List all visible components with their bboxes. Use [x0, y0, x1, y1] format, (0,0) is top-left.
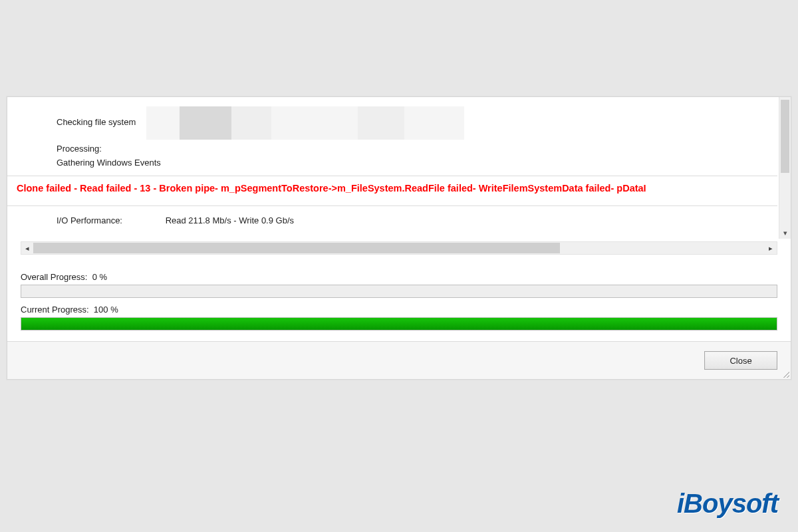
io-performance-label: I/O Performance:: [57, 215, 163, 225]
log-line-checking: Checking file system: [7, 97, 777, 141]
log-text: Checking file system: [57, 117, 136, 127]
io-performance-row: I/O Performance: Read 211.8 Mb/s - Write…: [7, 206, 777, 239]
log-line-gathering: Gathering Windows Events: [7, 156, 777, 170]
current-progress-label-text: Current Progress:: [21, 305, 89, 315]
vertical-scrollbar[interactable]: ▾: [779, 97, 791, 239]
io-performance-value: Read 211.8 Mb/s - Write 0.9 Gb/s: [166, 215, 294, 225]
clone-progress-dialog: Checking file system Processing: Gatheri…: [7, 96, 791, 380]
current-progress-fill: [21, 318, 777, 330]
error-message: Clone failed - Read failed - 13 - Broken…: [7, 176, 777, 200]
overall-progress-label-text: Overall Progress:: [21, 272, 87, 282]
log-line-processing: Processing:: [7, 141, 777, 156]
close-button[interactable]: Close: [704, 351, 777, 370]
vertical-scrollbar-thumb[interactable]: [781, 100, 789, 173]
scroll-right-arrow-icon[interactable]: ▸: [765, 244, 777, 253]
progress-section: Overall Progress: 0 % Current Progress: …: [7, 261, 791, 341]
scroll-down-arrow-icon[interactable]: ▾: [779, 227, 791, 239]
horizontal-scrollbar[interactable]: ◂ ▸: [21, 241, 777, 255]
log-text: Processing:: [57, 144, 102, 154]
overall-progress-value: 0 %: [92, 272, 107, 282]
horizontal-scrollbar-track[interactable]: [33, 242, 765, 254]
resize-grip-icon[interactable]: [781, 370, 789, 378]
current-progress-value: 100 %: [94, 305, 118, 315]
overall-progress-label: Overall Progress: 0 %: [21, 272, 777, 282]
overall-progress-bar: [21, 285, 777, 298]
horizontal-scrollbar-thumb[interactable]: [33, 243, 560, 253]
log-panel: Checking file system Processing: Gatheri…: [7, 97, 791, 239]
watermark-logo: iBoysoft: [677, 489, 778, 519]
current-progress-label: Current Progress: 100 %: [21, 305, 777, 315]
scroll-left-arrow-icon[interactable]: ◂: [21, 244, 33, 253]
redacted-content: [146, 106, 464, 140]
log-text: Gathering Windows Events: [57, 158, 161, 168]
current-progress-bar: [21, 317, 777, 331]
dialog-footer: Close: [7, 341, 791, 379]
